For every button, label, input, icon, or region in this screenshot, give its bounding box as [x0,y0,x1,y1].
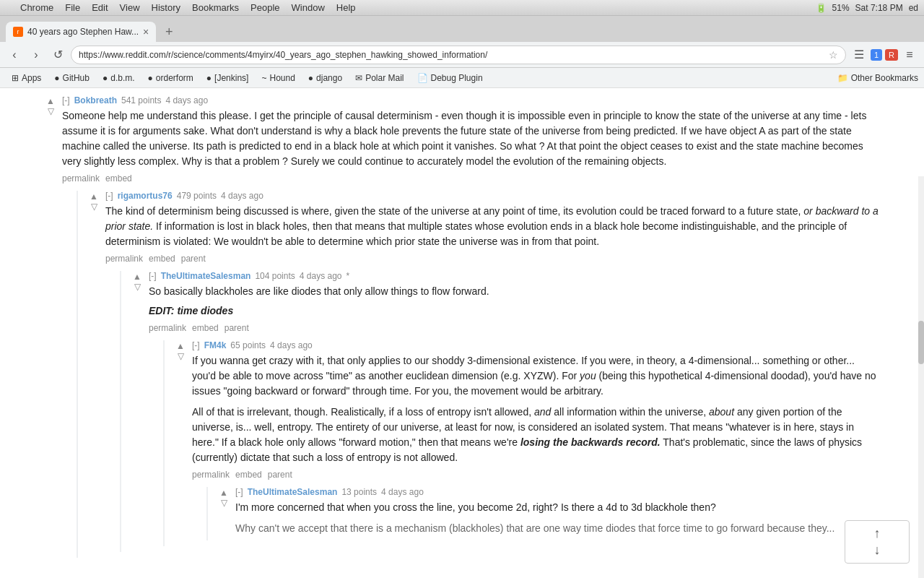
scrollbar[interactable] [918,176,924,578]
scroll-up-button[interactable]: ↑ [874,526,881,541]
comment-body-5: [-] TheUltimateSalesman 13 points 4 days… [235,487,881,540]
embed-1[interactable]: embed [105,173,132,184]
url-bar[interactable]: https://www.reddit.com/r/science/comment… [71,46,846,64]
comment-header-4: [-] FM4k 65 points 4 days ago [192,340,881,350]
url-text: https://www.reddit.com/r/science/comment… [79,50,824,60]
collapse-button-2[interactable]: [-] [105,191,113,201]
reload-button[interactable]: ↺ [49,46,66,64]
upvote-button-4[interactable]: ▲ [176,342,185,350]
menu-view[interactable]: View [120,2,140,13]
comment-body-2: [-] rigamortus76 479 points 4 days ago T… [105,191,881,558]
bookmark-github[interactable]: ● GitHub [48,70,95,86]
menu-file[interactable]: File [65,2,80,13]
collapse-button-3[interactable]: [-] [149,271,157,281]
collapse-button-1[interactable]: [-] [62,95,70,105]
tab-favicon: r [13,27,23,37]
menu-history[interactable]: History [152,2,180,13]
apps-icon: ⊞ [12,73,19,83]
comment-time-1: 4 days ago [165,95,208,105]
downvote-button-1[interactable]: ▽ [48,107,54,116]
downvote-button-2[interactable]: ▽ [91,202,97,211]
comment-actions-1: permalink embed [62,173,881,184]
bookmark-django[interactable]: ● django [302,70,348,86]
comment-5: ▲ ▽ [-] [217,487,881,540]
upvote-button-3[interactable]: ▲ [133,272,141,281]
bookmark-django-label: django [316,73,342,83]
comment-time-2: 4 days ago [221,191,263,201]
menu-people[interactable]: People [250,2,279,13]
collapse-button-5[interactable]: [-] [235,487,243,497]
comment-text-3: So basically blackholes are like diodes … [149,284,881,299]
debugplugin-icon: 📄 [417,73,428,83]
nested-comment-3: ▲ ▽ [-] TheUltimateSalesman 104 points [120,271,881,552]
embed-3[interactable]: embed [192,323,219,333]
permalink-4[interactable]: permalink [192,470,230,480]
django-icon: ● [308,73,313,83]
downvote-button-4[interactable]: ▽ [178,352,184,361]
permalink-1[interactable]: permalink [62,173,100,184]
comment-text-edit-3: EDIT: time diodes [149,303,881,319]
menu-help[interactable]: Help [336,2,356,13]
bookmark-debugplugin-label: Debug Plugin [431,73,483,83]
menu-window[interactable]: Window [292,2,325,13]
comment-text-content-3: So basically blackholes are like diodes … [149,285,489,297]
scroll-down-button[interactable]: ↓ [874,543,881,558]
hound-icon: ~ [261,73,266,83]
collapse-button-4[interactable]: [-] [192,340,200,350]
comment-author-5[interactable]: TheUltimateSalesman [248,487,338,497]
comment-author-4[interactable]: FM4k [204,340,227,350]
bookmark-star-icon[interactable]: ☆ [829,49,838,61]
cast-button[interactable]: 1 [871,49,882,61]
comment-header-3: [-] TheUltimateSalesman 104 points 4 day… [149,271,881,281]
comment-author-3[interactable]: TheUltimateSalesman [161,271,251,281]
bookmark-apps[interactable]: ⊞ Apps [6,70,47,86]
upvote-button-1[interactable]: ▲ [46,97,55,105]
chrome-menu-button[interactable]: ≡ [901,46,918,64]
bookmark-orderform[interactable]: ● orderform [142,70,199,86]
bookmark-hound[interactable]: ~ Hound [256,70,300,86]
bookmark-debugplugin[interactable]: 📄 Debug Plugin [411,70,489,86]
parent-3[interactable]: parent [225,323,249,333]
new-tab-button[interactable]: + [159,22,179,42]
comment-author-1[interactable]: Bokbreath [74,95,117,105]
reddit-button[interactable]: R [885,49,898,61]
bookmark-dbm[interactable]: ● d.b.m. [97,70,141,86]
menu-bookmarks[interactable]: Bookmarks [192,2,239,13]
downvote-button-3[interactable]: ▽ [134,282,141,291]
comment-author-2[interactable]: rigamortus76 [118,191,173,201]
tab-close-button[interactable]: × [143,26,149,38]
comment-text-5b: Why can't we accept that there is a mech… [235,521,881,536]
comment-time-edited-3: * [346,271,350,281]
menu-chrome[interactable]: Chrome [20,2,53,13]
vote-column-1: ▲ ▽ [43,95,58,564]
embed-4[interactable]: embed [235,470,262,480]
upvote-button-2[interactable]: ▲ [90,192,98,201]
parent-2[interactable]: parent [181,254,206,264]
reddit-content: ▲ ▽ [-] Bokbreath 541 points 4 days ago … [29,88,895,578]
bookmark-jenkins[interactable]: ● [Jenkins] [201,70,255,86]
dbm-icon: ● [103,73,108,83]
comment-body-4: [-] FM4k 65 points 4 days ago If y [192,340,881,546]
pocket-button[interactable]: ☰ [850,46,868,64]
other-bookmarks[interactable]: 📁 Other Bookmarks [837,73,918,83]
comment-actions-4: permalink embed parent [192,470,881,480]
nested-comment-2: ▲ ▽ [-] rigamortus76 479 points 4 days a… [77,191,881,558]
forward-button[interactable]: › [27,46,45,64]
active-tab[interactable]: r 40 years ago Stephen Haw... × [6,22,156,42]
comment-header-2: [-] rigamortus76 479 points 4 days ago [105,191,881,201]
scrollbar-thumb[interactable] [918,321,924,364]
menu-edit[interactable]: Edit [92,2,108,13]
address-bar: ‹ › ↺ https://www.reddit.com/r/science/c… [0,42,924,68]
bookmark-polarmail[interactable]: ✉ Polar Mail [349,70,409,86]
downvote-button-5[interactable]: ▽ [221,499,227,507]
parent-4[interactable]: parent [268,470,292,480]
back-button[interactable]: ‹ [6,46,23,64]
permalink-3[interactable]: permalink [149,323,186,333]
user-name: ed [909,3,918,13]
upvote-button-5[interactable]: ▲ [219,488,228,497]
comment-text-4: If you wanna get crazy with it, that onl… [192,353,881,399]
permalink-2[interactable]: permalink [105,254,143,264]
embed-2[interactable]: embed [149,254,175,264]
comment-text-2: The kind of determinism being discussed … [105,204,881,249]
orderform-icon: ● [148,73,153,83]
